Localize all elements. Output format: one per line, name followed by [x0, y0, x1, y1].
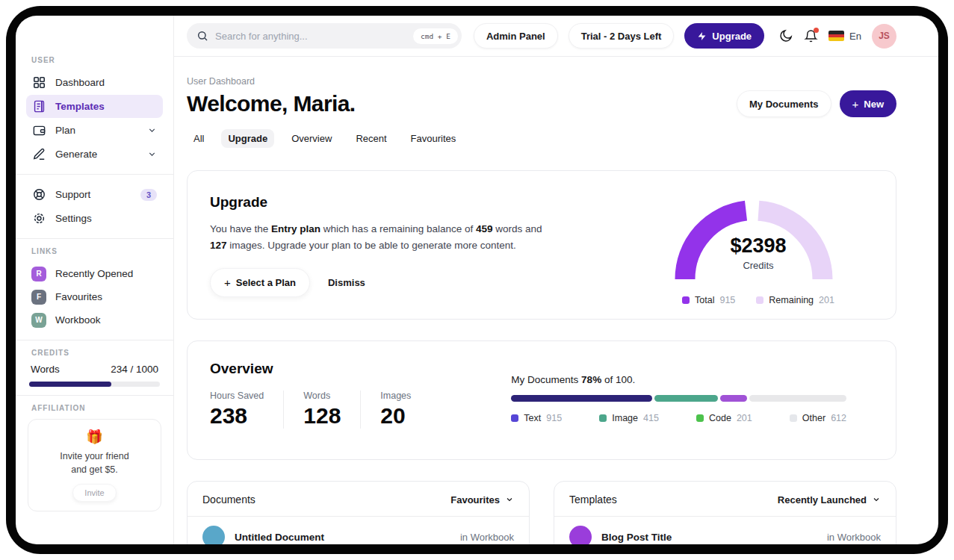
- affiliation-card: 🎁 Invite your friend and get $5. Invite: [28, 419, 161, 511]
- main-area: cmd + E Admin Panel Trial - 2 Days Left …: [174, 16, 938, 544]
- sidebar-divider: [16, 238, 173, 239]
- legend-value: 915: [546, 413, 562, 423]
- legend-value: 415: [643, 413, 659, 423]
- upgrade-card-body: You have the Entry plan which has a rema…: [210, 221, 542, 254]
- select-plan-label: Select a Plan: [236, 277, 296, 288]
- content-area: User Dashboard Welcome, Maria. My Docume…: [174, 57, 938, 544]
- sidebar-item-label: Plan: [55, 125, 75, 136]
- tab-overview[interactable]: Overview: [285, 129, 338, 148]
- link-avatar: W: [31, 313, 46, 328]
- tab-favourites[interactable]: Favourites: [404, 129, 463, 148]
- stat-label: Hours Saved: [210, 391, 264, 401]
- affiliation-text-line2: and get $5.: [34, 463, 155, 476]
- sidebar: USER Dashboard Templates Plan: [16, 16, 174, 544]
- plus-icon: +: [852, 98, 859, 111]
- legend-swatch: [756, 296, 763, 304]
- sidebar-divider: [16, 340, 173, 340]
- overview-card-title: Overview: [210, 361, 450, 377]
- tab-upgrade[interactable]: Upgrade: [221, 129, 274, 148]
- sidebar-item-dashboard[interactable]: Dashboard: [26, 71, 163, 94]
- trial-status-button[interactable]: Trial - 2 Days Left: [569, 23, 675, 49]
- invite-button[interactable]: Invite: [72, 484, 116, 502]
- document-row[interactable]: Untitled Document in Workbook: [188, 517, 529, 544]
- legend-item-image: Image 415: [599, 413, 659, 423]
- documents-filter-dropdown[interactable]: Favourites: [450, 494, 514, 505]
- sidebar-item-plan[interactable]: Plan: [26, 119, 163, 142]
- credits-label: Words: [31, 364, 60, 375]
- template-row[interactable]: Blog Post Title in Workbook: [554, 517, 896, 544]
- legend-item-other: Other 612: [790, 413, 846, 423]
- legend-item-total: Total 915: [682, 295, 735, 305]
- user-avatar[interactable]: JS: [872, 24, 896, 49]
- upgrade-card: Upgrade You have the Entry plan which ha…: [187, 170, 896, 320]
- search-shortcut-badge: cmd + E: [413, 28, 458, 44]
- legend-swatch: [599, 414, 607, 422]
- templates-filter-dropdown[interactable]: Recently Launched: [778, 494, 881, 505]
- notifications-bell-icon[interactable]: [804, 29, 818, 43]
- stat-hours-saved: Hours Saved 238: [210, 391, 284, 429]
- search-input[interactable]: [215, 31, 406, 42]
- legend-swatch: [790, 414, 797, 422]
- sidebar-link-workbook[interactable]: W Workbook: [26, 308, 163, 332]
- wallet-icon: [32, 123, 46, 137]
- upgrade-button[interactable]: Upgrade: [684, 23, 764, 49]
- legend-label: Code: [709, 413, 731, 423]
- new-button[interactable]: + New: [840, 90, 897, 117]
- admin-panel-button[interactable]: Admin Panel: [474, 23, 558, 49]
- tab-recent[interactable]: Recent: [349, 129, 393, 148]
- sidebar-item-label: Generate: [55, 149, 97, 160]
- search-bar[interactable]: cmd + E: [187, 23, 462, 49]
- sidebar-item-label: Templates: [55, 101, 105, 112]
- templates-card-title: Templates: [569, 494, 617, 505]
- bolt-icon: [697, 31, 707, 41]
- legend-label: Other: [802, 413, 826, 423]
- my-documents-button[interactable]: My Documents: [737, 90, 831, 117]
- chevron-down-icon: [147, 149, 157, 159]
- select-plan-button[interactable]: + Select a Plan: [210, 268, 310, 297]
- bar-segment-text: [511, 395, 651, 402]
- sidebar-item-label: Dashboard: [55, 77, 105, 88]
- bar-segment-other: [749, 395, 846, 402]
- template-location: in Workbook: [827, 532, 881, 543]
- gear-icon: [32, 211, 46, 225]
- upgrade-button-label: Upgrade: [712, 31, 752, 42]
- stat-value: 238: [210, 403, 264, 429]
- bar-segment-code: [720, 395, 747, 402]
- template-name: Blog Post Title: [601, 532, 672, 543]
- dark-mode-moon-icon[interactable]: [778, 28, 793, 43]
- dismiss-button[interactable]: Dismiss: [328, 277, 365, 288]
- sidebar-link-favourites[interactable]: F Favourites: [26, 285, 163, 308]
- sidebar-link-label: Favourites: [55, 291, 102, 302]
- affiliation-text-line1: Invite your friend: [34, 449, 155, 463]
- germany-flag-icon[interactable]: [828, 31, 844, 41]
- sidebar-link-label: Recently Opened: [55, 268, 133, 279]
- documents-progress-chart: My Documents 78% of 100. Text 915: [511, 361, 846, 459]
- bar-segment-image: [654, 395, 718, 402]
- legend-item-text: Text 915: [511, 413, 562, 423]
- template-avatar: [569, 526, 592, 544]
- sidebar-link-recently-opened[interactable]: R Recently Opened: [26, 262, 163, 285]
- stat-words: Words 128: [303, 391, 361, 429]
- sidebar-item-generate[interactable]: Generate: [26, 143, 163, 166]
- page-title: Welcome, Maria.: [187, 91, 356, 116]
- legend-swatch: [682, 296, 690, 304]
- sidebar-item-settings[interactable]: Settings: [26, 207, 163, 230]
- legend-value: 201: [737, 413, 752, 423]
- credits-gauge-chart: $2398 Credits Total 915 Remaining 201: [667, 194, 849, 319]
- sidebar-item-templates[interactable]: Templates: [26, 95, 163, 118]
- language-label[interactable]: En: [849, 31, 861, 42]
- plus-icon: +: [224, 276, 231, 289]
- sidebar-item-support[interactable]: Support 3: [26, 183, 163, 206]
- documents-card: Documents Favourites Untitled Document i…: [187, 481, 530, 544]
- progress-title: My Documents 78% of 100.: [511, 374, 846, 385]
- templates-card: Templates Recently Launched Blog Post Ti…: [554, 481, 896, 544]
- legend-value: 915: [719, 295, 735, 305]
- gauge-value: $2398: [667, 234, 849, 258]
- upgrade-card-title: Upgrade: [210, 194, 542, 211]
- legend-item-remaining: Remaining 201: [756, 295, 834, 305]
- tab-all[interactable]: All: [187, 129, 211, 148]
- sidebar-link-label: Workbook: [55, 314, 101, 326]
- legend-swatch: [511, 414, 518, 422]
- gauge-legend: Total 915 Remaining 201: [667, 295, 849, 305]
- stacked-progress-bar: [511, 395, 846, 402]
